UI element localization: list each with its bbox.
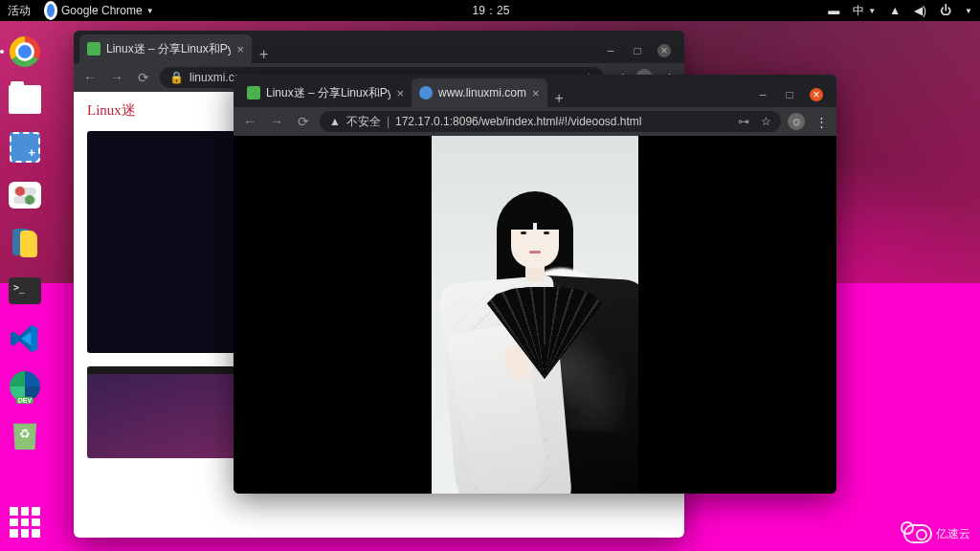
tab-close-button[interactable]: ×: [532, 86, 540, 100]
video-player-area[interactable]: [234, 136, 836, 494]
screenshot-icon: [10, 132, 40, 163]
video-frame-illustration: [432, 136, 638, 494]
minimize-button[interactable]: –: [604, 44, 617, 57]
tab-linuxmi[interactable]: Linux迷 – 分享Linux和Py… ×: [79, 34, 252, 63]
dock-chrome[interactable]: [4, 31, 46, 73]
app-menu-label: Google Chrome: [61, 4, 143, 17]
dock-edge-dev[interactable]: [4, 365, 46, 408]
favicon-icon: [419, 86, 433, 99]
chevron-down-icon: ▼: [146, 7, 154, 15]
chrome-icon: [44, 4, 57, 17]
system-menu-chevron[interactable]: ▼: [965, 7, 972, 15]
tab-title: www.linuxmi.com: [438, 86, 526, 99]
vscode-icon: [10, 323, 40, 354]
new-tab-button[interactable]: +: [252, 46, 276, 63]
watermark-logo-icon: [903, 524, 932, 543]
toggles-icon: [9, 182, 41, 209]
folder-icon: [9, 85, 41, 114]
apps-grid-icon: [10, 507, 40, 538]
tab-linuxmi-bg[interactable]: Linux迷 – 分享Linux和Py ×: [239, 78, 412, 107]
url-text: 172.17.0.1:8096/web/index.html#!/videoos…: [395, 115, 642, 128]
security-status: 不安全: [346, 114, 381, 130]
profile-avatar[interactable]: ⊙: [787, 113, 806, 130]
maximize-button[interactable]: □: [783, 88, 796, 101]
toolbar: ← → ⟳ ▲ 不安全 | 172.17.0.1:8096/web/index.…: [234, 107, 836, 136]
tab-close-button[interactable]: ×: [396, 86, 404, 100]
lock-icon: 🔒: [169, 71, 184, 84]
watermark-text: 亿速云: [936, 526, 970, 542]
clock[interactable]: 19：25: [473, 3, 510, 19]
close-button[interactable]: ×: [657, 44, 671, 57]
dock: >_: [4, 27, 50, 547]
network-icon[interactable]: ▲: [889, 4, 901, 17]
window-controls: – □ ×: [756, 88, 831, 107]
forward-button: →: [106, 70, 127, 85]
app-menu[interactable]: Google Chrome ▼: [44, 4, 154, 17]
dock-files[interactable]: [4, 78, 46, 121]
tab-strip: Linux迷 – 分享Linux和Py × www.linuxmi.com × …: [234, 75, 836, 107]
favicon-icon: [87, 42, 100, 55]
chrome-menu-button[interactable]: ⋮: [812, 115, 831, 129]
maximize-button[interactable]: □: [631, 44, 644, 57]
chrome-window-front[interactable]: Linux迷 – 分享Linux和Py × www.linuxmi.com × …: [234, 75, 836, 494]
password-key-icon[interactable]: ⊶: [738, 115, 749, 128]
terminal-icon: >_: [9, 277, 41, 304]
dock-tweaks[interactable]: [4, 174, 46, 216]
gnome-top-bar: 活动 Google Chrome ▼ 19：25 ▬ 中 ▼ ▲ ◀) ⏻ ▼: [0, 0, 980, 21]
reload-button[interactable]: ⟳: [133, 70, 154, 85]
reload-button[interactable]: ⟳: [293, 114, 314, 129]
warning-icon: ▲: [329, 115, 341, 128]
minimize-button[interactable]: –: [756, 88, 769, 101]
close-button[interactable]: ×: [810, 88, 823, 101]
back-button[interactable]: ←: [79, 70, 100, 85]
edge-icon: [10, 371, 40, 402]
dock-vscode[interactable]: [4, 318, 46, 360]
show-applications[interactable]: [4, 501, 46, 543]
bookmark-star-icon[interactable]: ☆: [761, 115, 771, 128]
chevron-down-icon: ▼: [868, 7, 876, 15]
tab-close-button[interactable]: ×: [236, 42, 244, 56]
address-bar[interactable]: ▲ 不安全 | 172.17.0.1:8096/web/index.html#!…: [320, 111, 781, 132]
battery-icon: ▬: [828, 4, 839, 17]
tab-video-active[interactable]: www.linuxmi.com ×: [412, 78, 547, 107]
tab-strip: Linux迷 – 分享Linux和Py… × + – □ ×: [74, 31, 684, 63]
tab-title: Linux迷 – 分享Linux和Py…: [106, 41, 231, 57]
dock-screenshot[interactable]: [4, 126, 46, 168]
trash-icon: [11, 419, 39, 450]
power-icon[interactable]: ⏻: [940, 4, 951, 17]
dock-terminal[interactable]: >_: [4, 270, 46, 312]
tab-title: Linux迷 – 分享Linux和Py: [266, 85, 390, 101]
activities-button[interactable]: 活动: [8, 3, 31, 19]
desktop: 活动 Google Chrome ▼ 19：25 ▬ 中 ▼ ▲ ◀) ⏻ ▼ …: [0, 0, 980, 551]
forward-button: →: [266, 114, 287, 129]
favicon-icon: [247, 86, 260, 99]
dock-python[interactable]: [4, 222, 46, 264]
new-tab-button[interactable]: +: [547, 90, 571, 107]
chrome-icon: [10, 36, 40, 67]
python-icon: [9, 227, 41, 259]
dock-trash[interactable]: [4, 413, 46, 455]
back-button[interactable]: ←: [239, 114, 260, 129]
watermark: 亿速云: [903, 524, 970, 543]
window-controls: – □ ×: [604, 44, 679, 63]
ime-indicator[interactable]: 中 ▼: [853, 3, 876, 19]
volume-icon[interactable]: ◀): [914, 4, 926, 17]
